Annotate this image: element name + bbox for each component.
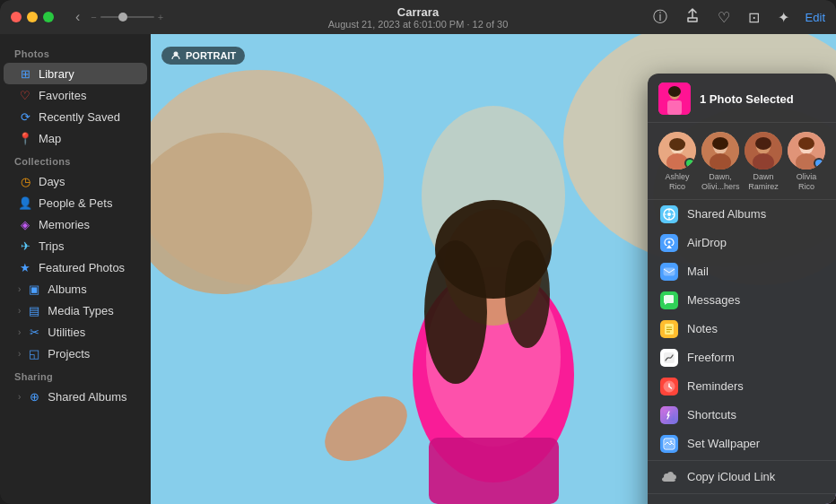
sidebar: Photos ⊞ Library ♡ Favorites ⟳ Recently …	[0, 34, 151, 504]
reminders-svg	[663, 380, 675, 393]
sidebar-item-utilities[interactable]: › ✂ Utilities	[4, 321, 147, 343]
sidebar-label-library: Library	[39, 67, 74, 81]
close-button[interactable]	[11, 12, 22, 22]
sidebar-item-recently-saved[interactable]: ⟳ Recently Saved	[4, 106, 147, 127]
edit-button[interactable]: Edit	[806, 11, 825, 24]
zoom-track[interactable]	[100, 16, 154, 18]
svg-point-36	[667, 213, 671, 216]
svg-point-17	[668, 86, 681, 97]
sidebar-item-favorites[interactable]: ♡ Favorites	[4, 84, 147, 106]
share-person-ashley[interactable]: Ashley Rico	[658, 132, 696, 192]
maximize-button[interactable]	[43, 12, 54, 22]
sidebar-label-featured-photos: Featured Photos	[39, 261, 125, 274]
person-name-olivia: Olivia Rico	[788, 172, 825, 192]
sidebar-item-albums[interactable]: › ▣ Albums	[4, 278, 147, 300]
media-types-chevron: ›	[18, 306, 21, 316]
share-menu-airdrop[interactable]: AirDrop	[648, 229, 836, 257]
shared-albums-menu-icon	[660, 205, 678, 223]
share-header-title: 1 Photo Selected	[700, 92, 794, 106]
mail-label: Mail	[687, 265, 709, 278]
avatar-svg-dawn2	[745, 132, 782, 169]
sidebar-item-memories[interactable]: ◈ Memories	[4, 213, 147, 235]
share-menu-wallpaper[interactable]: Set Wallpaper	[648, 430, 836, 458]
sidebar-item-shared-albums[interactable]: › ⊕ Shared Albums	[4, 386, 147, 407]
share-person-dawn1[interactable]: Dawn, Olivi...hers	[701, 132, 739, 192]
back-button[interactable]: ‹	[72, 7, 83, 27]
shared-albums-chevron: ›	[18, 392, 21, 402]
sidebar-item-media-types[interactable]: › ▤ Media Types	[4, 300, 147, 321]
memories-icon: ◈	[18, 217, 32, 231]
sidebar-item-people-pets[interactable]: 👤 People & Pets	[4, 192, 147, 213]
share-person-olivia[interactable]: Olivia Rico	[788, 132, 825, 192]
sidebar-item-days[interactable]: ◷ Days	[4, 170, 147, 192]
share-menu-shortcuts[interactable]: Shortcuts	[648, 401, 836, 430]
titlebar-center: Carrara August 21, 2023 at 6:01:00 PM · …	[328, 5, 509, 30]
sidebar-item-featured-photos[interactable]: ★ Featured Photos	[4, 256, 147, 278]
share-menu-notes[interactable]: Notes	[648, 315, 836, 343]
info-button[interactable]: ⓘ	[651, 6, 669, 29]
share-menu-messages[interactable]: Messages	[648, 286, 836, 315]
shared-albums-label: Shared Albums	[687, 207, 766, 221]
app-window: ‹ − + Carrara August 21, 2023 at 6:01:00…	[0, 0, 836, 504]
share-divider-1	[648, 460, 836, 461]
collections-section-header: Collections	[0, 149, 151, 170]
avatar-dawn2	[745, 132, 782, 169]
favorite-button[interactable]: ♡	[716, 7, 732, 28]
share-person-dawn2[interactable]: Dawn Ramirez	[745, 132, 782, 192]
share-popup: 1 Photo Selected	[648, 74, 836, 504]
share-divider-2	[648, 493, 836, 494]
shared-albums-svg	[663, 208, 675, 221]
traffic-lights	[11, 12, 54, 22]
share-button[interactable]	[684, 6, 701, 28]
featured-photos-icon: ★	[18, 260, 32, 274]
notes-menu-icon	[660, 320, 678, 338]
sidebar-item-library[interactable]: ⊞ Library	[4, 63, 147, 84]
icloud-svg	[662, 472, 676, 482]
sidebar-item-projects[interactable]: › ◱ Projects	[4, 343, 147, 364]
avatar-olivia	[788, 132, 825, 169]
sidebar-label-utilities: Utilities	[48, 326, 85, 339]
shortcuts-svg	[663, 409, 675, 421]
sharing-section-header: Sharing	[0, 364, 151, 386]
sidebar-label-albums: Albums	[48, 282, 86, 296]
days-icon: ◷	[18, 174, 32, 188]
svg-point-25	[712, 137, 728, 150]
share-header: 1 Photo Selected	[648, 74, 836, 123]
reminders-menu-icon	[660, 378, 678, 395]
utilities-icon: ✂	[27, 325, 41, 339]
share-menu-icloud-link[interactable]: Copy iCloud Link	[648, 463, 836, 491]
sidebar-label-trips: Trips	[39, 239, 64, 253]
freeform-menu-icon	[660, 349, 678, 367]
online-dot-olivia	[814, 158, 824, 169]
sidebar-label-recently-saved: Recently Saved	[39, 110, 120, 124]
airdrop-menu-icon	[660, 234, 678, 252]
main-content: Photos ⊞ Library ♡ Favorites ⟳ Recently …	[0, 34, 836, 504]
portrait-icon	[170, 50, 181, 61]
svg-point-11	[505, 240, 550, 348]
airdrop-label: AirDrop	[687, 236, 727, 249]
airdrop-svg	[663, 237, 675, 249]
svg-rect-42	[664, 268, 675, 275]
utilities-chevron: ›	[18, 327, 21, 337]
sidebar-item-map[interactable]: 📍 Map	[4, 127, 147, 149]
sidebar-item-trips[interactable]: ✈ Trips	[4, 235, 147, 256]
icloud-link-label: Copy iCloud Link	[687, 470, 775, 483]
mail-svg	[663, 265, 675, 278]
share-menu-edit-extensions[interactable]: Edit Extensions...	[648, 496, 836, 504]
sidebar-label-days: Days	[39, 175, 65, 188]
zoom-thumb[interactable]	[118, 13, 127, 22]
minimize-button[interactable]	[27, 12, 38, 22]
sidebar-label-memories: Memories	[39, 218, 90, 231]
crop-button[interactable]: ⊡	[746, 7, 762, 28]
share-menu-reminders[interactable]: Reminders	[648, 372, 836, 401]
sidebar-label-people-pets: People & Pets	[39, 196, 112, 210]
share-menu-freeform[interactable]: Freeform	[648, 343, 836, 372]
share-menu-shared-albums[interactable]: Shared Albums	[648, 200, 836, 229]
photo-area[interactable]: PORTRAIT 1 Photo Selected	[151, 34, 836, 504]
sidebar-label-projects: Projects	[48, 347, 90, 361]
share-menu-mail[interactable]: Mail	[648, 257, 836, 286]
svg-point-10	[424, 240, 487, 384]
albums-icon: ▣	[27, 282, 41, 296]
wallpaper-menu-icon	[660, 435, 678, 453]
adjust-button[interactable]: ✦	[776, 7, 791, 28]
